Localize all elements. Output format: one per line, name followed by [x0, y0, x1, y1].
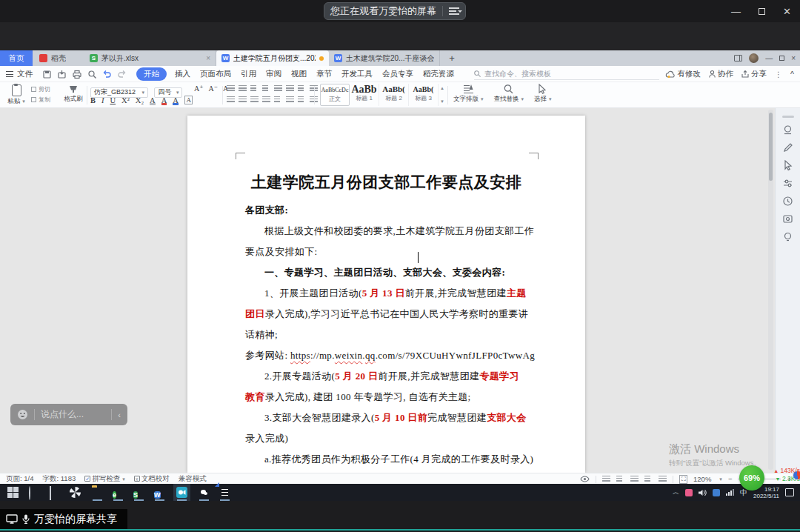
underline-button[interactable]: U — [110, 96, 116, 104]
two-page-view-button[interactable] — [630, 476, 639, 483]
scrollbar-thumb[interactable] — [769, 113, 773, 181]
distribute-button[interactable] — [274, 96, 282, 104]
wps-close-button[interactable]: × — [791, 55, 796, 62]
shading-button[interactable] — [298, 96, 306, 104]
copy-button[interactable]: 复制 — [31, 95, 50, 105]
banner-menu-icon[interactable] — [449, 7, 459, 15]
panel-handle[interactable] — [782, 116, 794, 118]
document-scrollbar[interactable] — [768, 110, 773, 470]
tab-docer[interactable]: 稻壳 — [34, 50, 83, 66]
zoom-out-button[interactable]: − — [728, 475, 733, 483]
style-normal[interactable]: AaBbCcDc正文 — [320, 84, 350, 106]
bullets-button[interactable] — [227, 85, 235, 93]
menu-tab-member[interactable]: 会员专享 — [381, 68, 415, 80]
spellcheck-toggle[interactable]: ✓拼写检查▾ — [84, 474, 125, 484]
italic-button[interactable]: I — [101, 96, 104, 104]
text-layout-tool[interactable]: 文字排版▾ — [453, 84, 484, 104]
cut-button[interactable]: 剪切 — [31, 84, 50, 95]
style-heading-3[interactable]: AaBb(标题 3 — [409, 84, 439, 106]
ime-app-icon[interactable] — [685, 489, 693, 496]
more-options-icon[interactable]: ⋮ — [775, 70, 782, 79]
align-center-button[interactable] — [239, 96, 247, 104]
save-icon[interactable] — [43, 70, 51, 79]
menu-tab-dev-tools[interactable]: 开发工具 — [340, 68, 374, 80]
skin-tool-icon[interactable] — [782, 124, 793, 136]
tab-document-active[interactable]: W 土建学院五月份团支...2022-5(1) — [216, 50, 329, 66]
chat-quick-bar[interactable]: 说点什么... ‹ — [10, 404, 127, 425]
screenshot-tool-icon[interactable] — [782, 213, 793, 225]
cortana-button[interactable] — [28, 487, 39, 498]
tray-expand-icon[interactable]: ︿ — [673, 488, 679, 497]
adjust-tool-icon[interactable] — [782, 178, 793, 189]
word-count[interactable]: 字数: 1183 — [43, 474, 76, 484]
new-tab-button[interactable]: + — [444, 50, 459, 66]
pen-tool-icon[interactable] — [782, 142, 793, 153]
viewing-banner[interactable]: 您正在观看万雯怡的屏幕 — [324, 2, 466, 20]
menu-tab-view[interactable]: 视图 — [290, 68, 308, 80]
writer-app-button[interactable]: W — [154, 487, 165, 498]
tab-spreadsheet[interactable]: S 茅以升.xlsx × — [84, 50, 216, 66]
wps-minimize-button[interactable]: — — [765, 55, 773, 62]
modified-status[interactable]: 有修改 — [666, 69, 701, 79]
history-tool-icon[interactable] — [782, 196, 793, 207]
paste-button[interactable]: 粘贴▾ — [6, 84, 27, 106]
styles-scroll[interactable]: ▲▼ — [439, 84, 446, 106]
font-color-button[interactable]: A — [173, 96, 179, 104]
antivirus-app-button[interactable] — [70, 487, 81, 498]
meeting-app-button[interactable] — [176, 487, 187, 498]
volume-icon[interactable] — [699, 489, 707, 496]
tray-app-icon[interactable] — [713, 489, 720, 496]
collaborate-button[interactable]: 协作 — [709, 69, 733, 79]
eye-protect-icon[interactable] — [580, 476, 590, 482]
network-icon[interactable] — [726, 489, 734, 496]
character-border-button[interactable]: A — [184, 96, 193, 104]
wrap-button[interactable] — [298, 85, 306, 93]
file-menu[interactable]: 文件 — [6, 66, 33, 82]
tab-document-2[interactable]: W 土木建筑学院20...干座谈会会议议程 — [329, 50, 440, 66]
account-avatar[interactable] — [749, 53, 759, 63]
align-left-button[interactable] — [227, 96, 235, 104]
style-heading-2[interactable]: AaBb(标题 2 — [379, 84, 409, 106]
ink-color-button[interactable]: A — [161, 96, 167, 104]
align-right-button[interactable] — [250, 96, 259, 104]
fit-page-icon[interactable]: ⛶ — [679, 475, 687, 484]
chat-input-placeholder[interactable]: 说点什么... — [41, 408, 105, 421]
bold-button[interactable]: B — [90, 96, 96, 104]
tips-tool-icon[interactable] — [782, 231, 793, 242]
browser-button[interactable]: e — [113, 487, 124, 498]
tab-home[interactable]: 首页 — [0, 50, 33, 66]
increase-indent-button[interactable] — [262, 85, 270, 93]
superscript-button[interactable]: X² — [121, 96, 130, 104]
numbering-button[interactable] — [239, 85, 247, 93]
menu-tab-references[interactable]: 引用 — [239, 68, 258, 80]
format-painter-button[interactable]: 格式刷 — [62, 84, 84, 104]
select-tool[interactable]: 选择▾ — [534, 84, 552, 104]
outline-view-button[interactable] — [616, 476, 624, 483]
menu-tab-review[interactable]: 审阅 — [264, 68, 283, 80]
tab-close-icon[interactable]: × — [206, 54, 210, 62]
grow-font-button[interactable]: A⁺ — [194, 84, 204, 93]
justify-button[interactable] — [262, 96, 270, 104]
close-button[interactable]: ✕ — [783, 7, 791, 16]
decrease-indent-button[interactable] — [250, 85, 259, 93]
start-button[interactable] — [7, 487, 19, 498]
red-app-button[interactable] — [219, 487, 230, 498]
highlight-button[interactable]: A — [150, 96, 156, 104]
emoji-icon[interactable] — [17, 409, 28, 420]
menu-tab-insert[interactable]: 插入 — [173, 68, 192, 80]
chat-collapse-icon[interactable]: ‹ — [118, 410, 121, 419]
style-heading-1[interactable]: AaBb标题 1 — [350, 84, 379, 106]
shrink-font-button[interactable]: A⁻ — [209, 84, 219, 93]
subscript-button[interactable]: X₂ — [136, 96, 144, 104]
print-icon[interactable] — [73, 70, 81, 79]
action-center-icon[interactable] — [785, 488, 794, 496]
asian-layout-button[interactable] — [274, 85, 282, 93]
maximize-button[interactable] — [759, 8, 765, 15]
layout-switch-icon[interactable] — [734, 55, 742, 61]
menu-tab-docer-resources[interactable]: 稻壳资源 — [421, 68, 456, 80]
proofing-toggle[interactable]: x文档校对 — [134, 474, 170, 484]
network-speed-overlay[interactable]: ▲ 143K/s ▼ 2.3K/s — [766, 467, 800, 483]
pointer-tool-icon[interactable] — [782, 160, 793, 171]
collapse-ribbon-icon[interactable]: ^ — [790, 70, 794, 79]
print-preview-icon[interactable] — [88, 70, 96, 79]
